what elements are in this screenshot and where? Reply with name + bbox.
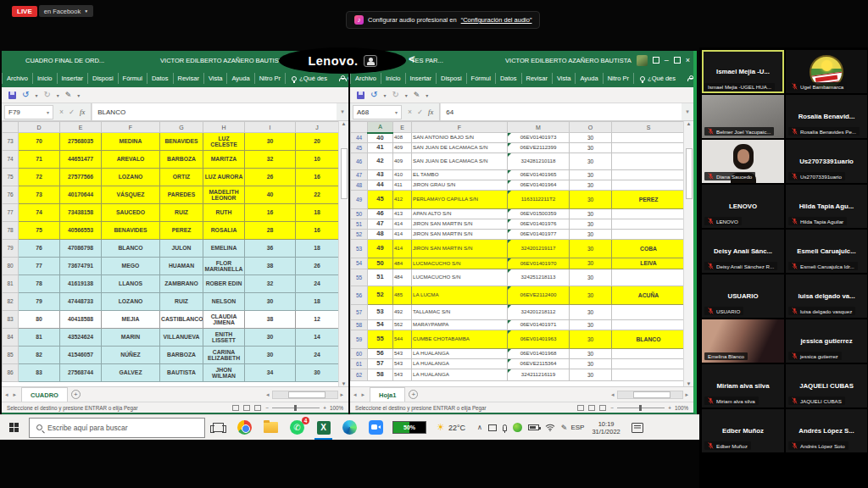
cell[interactable]: 410 [393, 170, 412, 180]
ribbon-tab-insertar[interactable]: Insertar [58, 73, 88, 84]
scroll-left-icon[interactable]: ◂ [266, 391, 271, 398]
action-center-button[interactable] [632, 423, 643, 433]
cell[interactable]: 71 [19, 151, 60, 169]
cell[interactable]: 40418588 [60, 311, 102, 329]
zoom-in-icon[interactable]: + [668, 405, 671, 411]
ribbon-options-icon[interactable] [653, 57, 659, 64]
cell[interactable]: LOZANO [102, 169, 160, 186]
column-header-O[interactable]: O [570, 122, 612, 133]
cell[interactable]: BAUTISTA [160, 364, 203, 382]
zoom-slider[interactable] [617, 408, 665, 408]
chrome-button[interactable] [231, 415, 258, 440]
participant-tile[interactable]: Us27073391uarioUs27073391uario [786, 140, 867, 183]
cell[interactable]: 43524624 [60, 329, 102, 347]
share-button[interactable]: Compartir [682, 75, 697, 82]
cell[interactable]: 408 [393, 133, 412, 143]
lenovo-camera-overlay[interactable]: Lenovo. [279, 47, 406, 74]
page-layout-view-icon[interactable] [588, 405, 595, 411]
cell[interactable]: COBA [612, 240, 684, 258]
cell[interactable]: LUCMACUCHO S/N [412, 258, 508, 269]
cell[interactable]: 28 [245, 222, 296, 240]
ribbon-tab-inicio[interactable]: Inicio [381, 73, 406, 84]
cell[interactable]: 411 [393, 180, 412, 191]
cell[interactable]: 10 [296, 151, 339, 169]
cell[interactable]: 75 [19, 222, 60, 240]
cell[interactable]: 324201219117 [508, 240, 570, 258]
cell[interactable]: MARIN [102, 329, 160, 347]
cell[interactable]: 484 [393, 258, 412, 269]
cell[interactable]: 78 [19, 275, 60, 293]
cell[interactable]: 53 [368, 305, 393, 320]
cell[interactable]: 22 [296, 186, 339, 204]
page-break-view-icon[interactable] [599, 405, 606, 411]
scroll-right-icon[interactable]: ▸ [340, 391, 345, 398]
cell[interactable]: 413 [393, 209, 412, 219]
ribbon-tab-ayuda[interactable]: Ayuda [227, 73, 254, 84]
cell[interactable]: 54 [368, 320, 393, 330]
add-sheet-icon[interactable]: + [409, 390, 418, 399]
sheet-nav-icons[interactable]: ◂ ▸ [5, 391, 18, 398]
select-all-corner[interactable] [3, 122, 19, 133]
ribbon-tab-archivo[interactable]: Archivo [2, 73, 33, 84]
cell[interactable] [612, 170, 684, 180]
battery-percentage-widget[interactable]: 50% [392, 421, 426, 434]
redo-icon[interactable]: ↻ [43, 91, 50, 99]
cell[interactable]: 47 [368, 219, 393, 230]
cell[interactable]: 30 [570, 369, 612, 381]
h-scroll-thumb[interactable] [633, 391, 670, 398]
scroll-down-icon[interactable]: ▼ [342, 381, 347, 386]
cell[interactable]: 50 [368, 258, 393, 269]
cell[interactable]: 414 [393, 230, 412, 240]
cell[interactable]: 81 [19, 329, 60, 347]
cell[interactable]: 484 [393, 269, 412, 286]
row-header-59[interactable]: 59 [351, 330, 368, 349]
undo-icon[interactable]: ↺ [22, 91, 29, 99]
wifi-icon[interactable] [545, 424, 555, 431]
cell[interactable]: GALVEZ [102, 364, 160, 382]
cell[interactable]: 543 [393, 369, 412, 381]
cell[interactable]: 06EV01401973 [508, 133, 570, 143]
cell[interactable]: 30 [570, 258, 612, 269]
cell[interactable]: SAUCEDO [102, 204, 160, 222]
row-header-82[interactable]: 82 [3, 293, 19, 311]
cell[interactable]: BLANCO [612, 330, 684, 349]
cell[interactable]: 72 [19, 169, 60, 186]
redo-dropdown-icon[interactable]: ▾ [405, 92, 408, 98]
cell[interactable]: 26 [245, 169, 296, 186]
cell[interactable]: 58 [368, 369, 393, 381]
ribbon-tab-inicio[interactable]: Inicio [33, 73, 58, 84]
row-header-62[interactable]: 62 [351, 369, 368, 381]
tray-expand-icon[interactable]: ∧ [477, 424, 482, 431]
cell[interactable]: 44651477 [60, 151, 102, 169]
cell[interactable]: 06EV01401977 [508, 230, 570, 240]
cell[interactable]: 24 [296, 347, 339, 364]
cell[interactable]: 20 [296, 133, 339, 151]
cell[interactable]: 06EV01401968 [508, 349, 570, 359]
ribbon-tab-datos[interactable]: Datos [496, 73, 522, 84]
h-scroll-track[interactable] [272, 391, 338, 399]
participant-tile[interactable]: LENOVOLENOVO [702, 185, 784, 228]
row-header-81[interactable]: 81 [3, 275, 19, 293]
cell[interactable]: 544 [393, 330, 412, 349]
cell[interactable]: 324281210118 [508, 153, 570, 170]
save-icon[interactable] [357, 92, 364, 99]
scroll-up-icon[interactable]: ▲ [687, 121, 692, 126]
participant-tile[interactable]: JAQUELI CUBASJAQUELI CUBAS [786, 364, 867, 408]
cell[interactable]: 45 [368, 191, 393, 209]
add-sheet-icon[interactable]: + [71, 390, 81, 399]
cell[interactable]: CLAUDIA JIMENA [203, 311, 245, 329]
cell[interactable]: JIRON SAN MARTIN S/N [412, 230, 508, 240]
column-header-S[interactable]: S [612, 122, 684, 133]
ribbon-tab-vista[interactable]: Vista [204, 73, 228, 84]
fx-icon[interactable]: fx [428, 108, 433, 116]
cell[interactable]: 543 [393, 349, 412, 359]
ribbon-tab-disposi[interactable]: Disposi [437, 73, 467, 84]
h-scroll-thumb[interactable] [288, 391, 326, 398]
cell[interactable]: BLANCO [102, 240, 160, 258]
participant-tile[interactable]: Hilda Tapia Agu...Hilda Tapia Aguilar [786, 185, 867, 228]
participant-tile[interactable]: Ugel Bambamarca [786, 50, 867, 93]
cell[interactable]: ACUÑA [612, 286, 684, 305]
participant-tile[interactable]: Emelina Blanco [702, 319, 784, 363]
excel-button[interactable]: X [310, 415, 337, 440]
row-header-84[interactable]: 84 [3, 329, 19, 347]
